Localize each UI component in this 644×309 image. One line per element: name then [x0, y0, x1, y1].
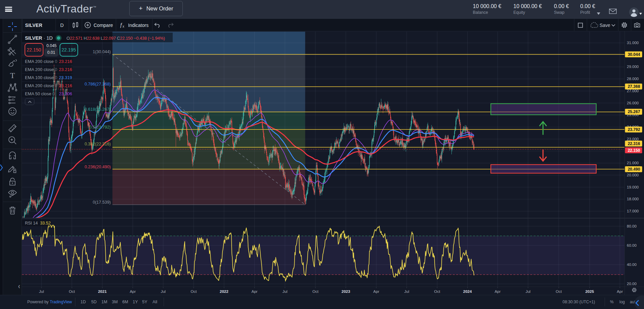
svg-text:0.618(25.267): 0.618(25.267) — [84, 107, 111, 112]
svg-text:Apr: Apr — [130, 289, 136, 294]
svg-text:17.000: 17.000 — [627, 209, 639, 213]
svg-text:18.000: 18.000 — [627, 197, 639, 201]
svg-text:40.00: 40.00 — [627, 263, 637, 267]
svg-text:Jul: Jul — [39, 289, 44, 294]
svg-text:2025: 2025 — [585, 289, 594, 294]
svg-text:2021: 2021 — [98, 289, 107, 294]
svg-text:31.000: 31.000 — [627, 41, 639, 45]
svg-text:21.000: 21.000 — [627, 161, 639, 165]
svg-text:0.786(27.368): 0.786(27.368) — [84, 82, 111, 87]
svg-text:Jul: Jul — [526, 289, 531, 294]
svg-text:Oct: Oct — [556, 289, 562, 294]
svg-text:Jul: Jul — [282, 289, 287, 294]
svg-text:20.000: 20.000 — [627, 173, 639, 177]
svg-text:20.00: 20.00 — [627, 282, 637, 286]
svg-text:Apr: Apr — [373, 289, 379, 294]
svg-text:22.316: 22.316 — [628, 141, 640, 146]
svg-text:30.044: 30.044 — [628, 52, 640, 57]
svg-text:1(30.044): 1(30.044) — [93, 49, 111, 54]
svg-text:Oct: Oct — [434, 289, 441, 294]
svg-text:80.00: 80.00 — [627, 224, 637, 228]
svg-text:Jul: Jul — [161, 289, 166, 294]
svg-text:27.368: 27.368 — [628, 84, 640, 89]
svg-text:26.000: 26.000 — [627, 101, 639, 105]
svg-text:25.267: 25.267 — [628, 109, 640, 114]
svg-text:T: T — [10, 71, 15, 80]
svg-text:29.000: 29.000 — [627, 65, 639, 69]
svg-text:19.000: 19.000 — [627, 185, 639, 189]
svg-text:Apr: Apr — [617, 289, 623, 294]
svg-text:0(17.539): 0(17.539) — [93, 200, 111, 205]
svg-text:2024: 2024 — [463, 289, 472, 294]
svg-text:Jul: Jul — [404, 289, 409, 294]
svg-text:20.490: 20.490 — [628, 167, 640, 172]
svg-text:Oct: Oct — [69, 289, 75, 294]
svg-text:22.150: 22.150 — [628, 148, 640, 153]
svg-text:23.792: 23.792 — [628, 127, 640, 132]
svg-text:Oct: Oct — [312, 289, 319, 294]
svg-text:0.382(22.316): 0.382(22.316) — [84, 142, 111, 146]
svg-text:2022: 2022 — [220, 289, 229, 294]
svg-text:0.236(20.490): 0.236(20.490) — [84, 165, 111, 169]
svg-text:28.000: 28.000 — [627, 77, 639, 81]
svg-text:2023: 2023 — [342, 289, 350, 294]
svg-text:60.00: 60.00 — [627, 243, 637, 247]
svg-text:23.000: 23.000 — [627, 137, 639, 141]
svg-text:Oct: Oct — [191, 289, 197, 294]
svg-text:Apr: Apr — [251, 289, 258, 294]
svg-text:Apr: Apr — [495, 289, 501, 294]
svg-text:0.5(23.792): 0.5(23.792) — [89, 125, 111, 130]
